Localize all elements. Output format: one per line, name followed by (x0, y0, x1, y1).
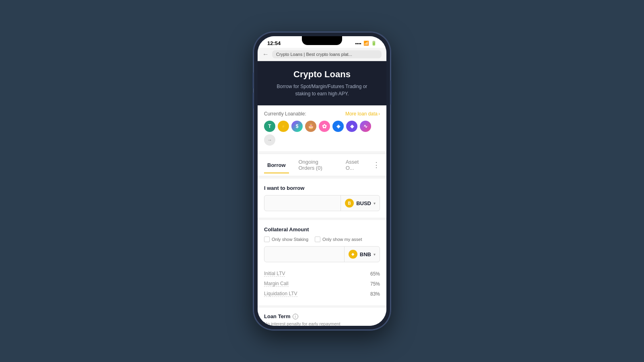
initial-ltv-value: 65% (370, 271, 380, 277)
collateral-token-selector[interactable]: ◆ BNB ▾ (344, 247, 380, 262)
purple-token-icon[interactable]: ◆ (346, 121, 357, 132)
initial-ltv-row: Initial LTV 65% (264, 269, 380, 279)
liquidation-ltv-label: Liquidation LTV (264, 291, 297, 297)
power-button[interactable] (390, 80, 392, 105)
tab-asset[interactable]: Asset O... (343, 154, 366, 176)
collateral-section: Collateral Amount Only show Staking Only… (258, 220, 386, 269)
loanable-header: Currently Loanable: More loan data › (264, 111, 380, 117)
my-asset-checkbox-label: Only show my asset (322, 237, 362, 242)
initial-ltv-label: Initial LTV (264, 271, 285, 277)
loanable-section: Currently Loanable: More loan data › T ⚡… (258, 105, 386, 151)
borrow-amount-input[interactable] (264, 196, 341, 210)
hero-section: Crypto Loans Borrow for Spot/Margin/Futu… (258, 61, 386, 105)
notch (302, 36, 342, 45)
browser-bar: ← Crypto Loans | Best crypto loans plat.… (258, 48, 386, 61)
tab-ongoing-orders[interactable]: Ongoing Orders (0) (295, 154, 336, 176)
loan-term-info-icon[interactable]: i (293, 314, 298, 319)
token-icons-row: T ⚡ $ 🎂 ✿ ◈ ◆ ∿ → (264, 121, 380, 146)
tether-token-icon[interactable]: T (264, 121, 275, 132)
tabs-bar: Borrow Ongoing Orders (0) Asset O... ⋮ (258, 154, 386, 176)
wifi-icon: 📶 (363, 41, 369, 46)
url-bar[interactable]: Crypto Loans | Best crypto loans plat... (272, 50, 382, 58)
tab-borrow[interactable]: Borrow (264, 157, 289, 173)
signal-icon: ▪▪▪▪ (355, 41, 361, 46)
margin-call-value: 75% (370, 281, 380, 287)
loan-term-description: No interest penalty for early repayment (264, 321, 380, 326)
status-time: 12:54 (267, 40, 281, 46)
collateral-token-name: BNB (360, 251, 371, 257)
phone-screen: 12:54 ▪▪▪▪ 📶 🔋 ← Crypto Loans | Best cry… (258, 36, 386, 326)
my-asset-checkbox-box[interactable] (315, 237, 320, 242)
borrow-token-selector[interactable]: B BUSD ▾ (341, 195, 380, 211)
my-asset-checkbox[interactable]: Only show my asset (315, 237, 362, 242)
pink-token-icon[interactable]: ✿ (319, 121, 330, 132)
phone-frame: 12:54 ▪▪▪▪ 📶 🔋 ← Crypto Loans | Best cry… (254, 32, 390, 330)
borrow-form-label: I want to borrow (264, 185, 380, 191)
borrow-form-section: I want to borrow B BUSD ▾ (258, 179, 386, 218)
content-area[interactable]: Currently Loanable: More loan data › T ⚡… (258, 105, 386, 326)
collateral-amount-input[interactable] (264, 247, 344, 261)
staking-checkbox-label: Only show Staking (272, 237, 308, 242)
liquidation-ltv-row: Liquidation LTV 83% (264, 289, 380, 299)
page-subtitle: Borrow for Spot/Margin/Futures Trading o… (267, 83, 377, 97)
collateral-checkboxes: Only show Staking Only show my asset (264, 237, 380, 242)
page-title: Crypto Loans (267, 69, 377, 80)
battery-icon: 🔋 (371, 41, 377, 46)
borrow-token-name: BUSD (356, 200, 371, 206)
more-data-link[interactable]: More loan data › (345, 111, 380, 117)
busd-icon: B (345, 199, 354, 208)
cake-token-icon[interactable]: 🎂 (305, 121, 316, 132)
chevron-down-icon: ▾ (374, 201, 376, 206)
bnb-token-icon[interactable]: ⚡ (278, 121, 289, 132)
sol-token-icon[interactable]: $ (291, 121, 303, 132)
staking-checkbox-box[interactable] (264, 237, 270, 242)
staking-checkbox[interactable]: Only show Staking (264, 237, 308, 242)
loan-term-header: Loan Term i (264, 313, 380, 319)
collateral-label: Collateral Amount (264, 226, 380, 232)
multi-token-icon[interactable]: ∿ (360, 121, 371, 132)
loanable-label: Currently Loanable: (264, 111, 306, 117)
tabs-more-icon[interactable]: ⋮ (373, 160, 380, 169)
margin-call-row: Margin Call 75% (264, 279, 380, 289)
margin-call-label: Margin Call (264, 281, 289, 287)
borrow-input-row: B BUSD ▾ (264, 195, 380, 211)
blue-token-icon[interactable]: ◈ (332, 121, 344, 132)
ltv-section: Initial LTV 65% Margin Call 75% Liquidat… (258, 269, 386, 305)
loan-term-label: Loan Term (264, 313, 291, 319)
collateral-token-row: ◆ BNB ▾ (264, 246, 380, 262)
back-button[interactable]: ← (262, 51, 269, 58)
collateral-chevron-down-icon: ▾ (374, 252, 376, 257)
chevron-right-icon: › (378, 111, 380, 117)
status-icons: ▪▪▪▪ 📶 🔋 (355, 41, 377, 46)
volume-up-button[interactable] (252, 72, 254, 88)
bnb-icon: ◆ (349, 250, 357, 259)
liquidation-ltv-value: 83% (370, 291, 380, 297)
volume-down-button[interactable] (252, 93, 254, 109)
more-tokens-icon[interactable]: → (264, 134, 275, 146)
tabs-section: Borrow Ongoing Orders (0) Asset O... ⋮ (258, 154, 386, 176)
loan-term-section: Loan Term i No interest penalty for earl… (258, 308, 386, 326)
